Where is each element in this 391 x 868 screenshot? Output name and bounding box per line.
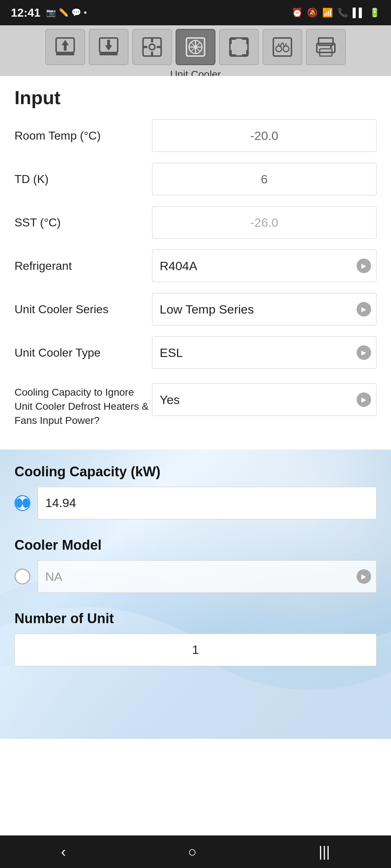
status-icons: 📷 ✏️ 💬 • xyxy=(46,8,87,17)
input-section: Input Room Temp (°C) TD (K) SST (°C) Ref… xyxy=(0,76,391,450)
cooler-model-group: Cooler Model NA ▶ xyxy=(14,537,377,593)
unit-cooler-series-select[interactable]: Low Temp Series High Temp Series Medium … xyxy=(152,293,377,326)
svg-rect-19 xyxy=(230,38,248,56)
number-of-unit-title: Number of Unit xyxy=(14,611,377,626)
section-title: Input xyxy=(14,87,377,109)
nav-back-button[interactable]: ‹ xyxy=(50,840,77,864)
toolbar-btn-expand[interactable] xyxy=(219,29,259,65)
unit-cooler-type-select[interactable]: ESL ESM ESH xyxy=(152,336,377,369)
svg-point-21 xyxy=(276,46,282,52)
signal-icon: ▌▌ xyxy=(353,8,365,18)
cooling-ignore-select-wrapper: Yes No ▶ xyxy=(152,383,377,416)
cooling-capacity-row xyxy=(14,487,377,519)
svg-marker-1 xyxy=(62,40,69,51)
nav-home-button[interactable]: ○ xyxy=(177,840,207,864)
sst-label: SST (°C) xyxy=(14,216,152,229)
svg-rect-9 xyxy=(151,52,153,56)
svg-rect-11 xyxy=(157,46,161,48)
cooling-ignore-select[interactable]: Yes No xyxy=(152,383,377,416)
toolbar-btn-settings[interactable] xyxy=(132,29,172,65)
svg-point-7 xyxy=(149,44,155,50)
status-bar: 12:41 📷 ✏️ 💬 • ⏰ 🔕 📶 📞 ▌▌ 🔋 xyxy=(0,0,391,25)
room-temp-label: Room Temp (°C) xyxy=(14,129,152,142)
unit-cooler-series-row: Unit Cooler Series Low Temp Series High … xyxy=(14,293,377,326)
wifi-icon: 📶 xyxy=(322,8,333,18)
number-of-unit-input[interactable] xyxy=(14,634,377,666)
svg-rect-8 xyxy=(151,38,153,42)
unit-cooler-series-select-wrapper: Low Temp Series High Temp Series Medium … xyxy=(152,293,377,326)
unit-cooler-type-select-wrapper: ESL ESM ESH ▶ xyxy=(152,336,377,369)
cooling-capacity-input[interactable] xyxy=(38,487,377,519)
td-row: TD (K) xyxy=(14,163,377,195)
toolbar-btn-upload[interactable] xyxy=(45,29,85,65)
cooling-ignore-label: Cooling Capacity to Ignore Unit Cooler D… xyxy=(14,383,152,428)
toolbar-btn-print[interactable] xyxy=(306,29,346,65)
unit-cooler-type-label: Unit Cooler Type xyxy=(14,346,152,359)
svg-point-22 xyxy=(283,46,289,52)
svg-rect-2 xyxy=(56,52,74,55)
svg-marker-4 xyxy=(105,40,112,51)
cooler-model-title: Cooler Model xyxy=(14,537,377,553)
toolbar-btn-download[interactable] xyxy=(89,29,129,65)
cooler-model-row: NA ▶ xyxy=(14,560,377,593)
cooling-capacity-radio[interactable] xyxy=(14,495,30,511)
toolbar-icons xyxy=(38,25,353,69)
cooling-ignore-row: Cooling Capacity to Ignore Unit Cooler D… xyxy=(14,380,377,428)
refrigerant-label: Refrigerant xyxy=(14,259,152,273)
cooler-model-radio[interactable] xyxy=(14,569,30,584)
battery-icon: 🔋 xyxy=(369,8,380,18)
room-temp-input[interactable] xyxy=(152,119,377,152)
phone-icon: 📞 xyxy=(337,8,348,18)
cooling-capacity-title: Cooling Capacity (kW) xyxy=(14,464,377,480)
cooler-model-select-wrapper: NA ▶ xyxy=(38,560,377,593)
unit-cooler-type-row: Unit Cooler Type ESL ESM ESH ▶ xyxy=(14,336,377,369)
unit-cooler-series-label: Unit Cooler Series xyxy=(14,303,152,316)
dot-icon: • xyxy=(84,8,87,17)
nav-recent-button[interactable]: ||| xyxy=(308,840,341,864)
cooling-section: Cooling Capacity (kW) Cooler Model NA ▶ xyxy=(0,450,391,739)
svg-point-18 xyxy=(194,45,197,49)
room-temp-row: Room Temp (°C) xyxy=(14,119,377,152)
toolbar-btn-cooler[interactable] xyxy=(176,29,215,65)
cooling-capacity-group: Cooling Capacity (kW) xyxy=(14,464,377,519)
sst-row: SST (°C) xyxy=(14,206,377,239)
nav-bar: ‹ ○ ||| xyxy=(0,835,391,868)
sst-input[interactable] xyxy=(152,206,377,239)
svg-rect-10 xyxy=(143,46,147,48)
main-content: Input Room Temp (°C) TD (K) SST (°C) Ref… xyxy=(0,76,391,835)
td-label: TD (K) xyxy=(14,173,152,186)
cooler-model-select[interactable]: NA xyxy=(38,560,377,593)
status-left: 12:41 📷 ✏️ 💬 • xyxy=(11,6,87,20)
number-of-unit-group: Number of Unit xyxy=(14,611,377,666)
toolbar-btn-refrigerant[interactable] xyxy=(262,29,302,65)
svg-rect-5 xyxy=(100,52,118,55)
refrigerant-select-wrapper: R404A R134a R22 ▶ xyxy=(152,250,377,282)
mute-icon: 🔕 xyxy=(307,8,318,18)
pencil-icon: ✏️ xyxy=(59,8,68,17)
svg-point-28 xyxy=(330,46,332,48)
status-time: 12:41 xyxy=(11,6,41,20)
toolbar: Unit Cooler xyxy=(0,25,391,76)
message-icon: 💬 xyxy=(71,8,81,17)
td-input[interactable] xyxy=(152,163,377,195)
status-right: ⏰ 🔕 📶 📞 ▌▌ 🔋 xyxy=(292,8,380,18)
alarm-icon: ⏰ xyxy=(292,8,303,18)
refrigerant-row: Refrigerant R404A R134a R22 ▶ xyxy=(14,250,377,282)
camera-icon: 📷 xyxy=(46,8,56,17)
refrigerant-select[interactable]: R404A R134a R22 xyxy=(152,250,377,282)
